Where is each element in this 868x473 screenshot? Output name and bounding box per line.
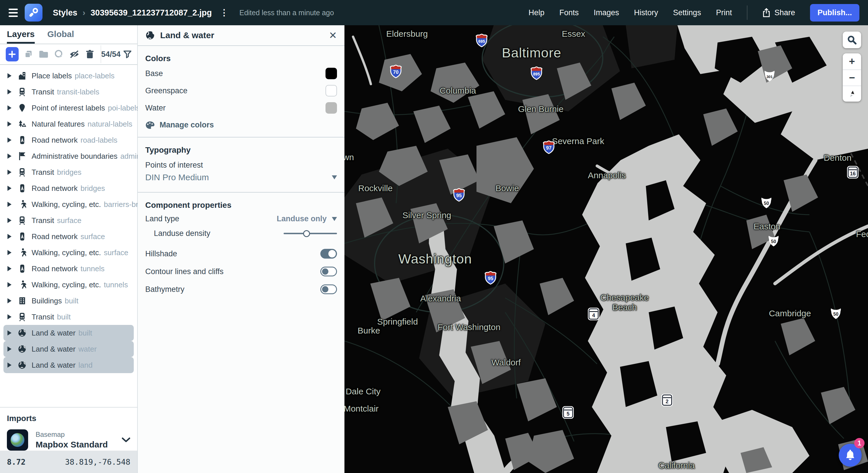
toggle-switch[interactable] xyxy=(320,284,337,294)
top-nav: HelpFontsImagesHistorySettingsPrint Shar… xyxy=(528,4,868,22)
topnav-item-help[interactable]: Help xyxy=(528,8,545,17)
layer-row[interactable]: Walking, cycling, etc.surface xyxy=(3,245,134,261)
layer-row[interactable]: Point of interest labelspoi-labels xyxy=(3,100,134,116)
layer-row[interactable]: Walking, cycling, etc.tunnels xyxy=(3,277,134,293)
expand-caret-icon[interactable] xyxy=(7,250,11,255)
layer-id: land xyxy=(79,361,92,370)
add-layer-button[interactable] xyxy=(6,47,19,61)
topnav-item-fonts[interactable]: Fonts xyxy=(559,8,579,17)
zoom-in-button[interactable]: + xyxy=(843,53,861,69)
manage-colors-button[interactable]: Manage colors xyxy=(138,117,344,137)
layer-row[interactable]: Transittransit-labels xyxy=(3,84,134,100)
layer-row[interactable]: Transitsurface xyxy=(3,212,134,228)
us-route-shield-icon: 50 xyxy=(767,234,780,249)
layer-row[interactable]: Place labelsplace-labels xyxy=(3,68,134,84)
topnav-item-history[interactable]: History xyxy=(634,8,658,17)
train-icon xyxy=(18,168,26,177)
map-city-label: Alexandria xyxy=(420,294,461,304)
expand-caret-icon[interactable] xyxy=(7,266,11,271)
bell-icon xyxy=(844,449,856,461)
expand-caret-icon[interactable] xyxy=(7,218,11,223)
expand-caret-icon[interactable] xyxy=(7,282,11,287)
compass-button[interactable] xyxy=(843,86,861,102)
expand-caret-icon[interactable] xyxy=(7,346,11,352)
pedestrian-icon xyxy=(18,280,26,289)
mapbox-studio-logo[interactable] xyxy=(25,4,42,22)
land-type-value: Landuse only xyxy=(277,214,327,223)
expand-caret-icon[interactable] xyxy=(7,169,11,175)
expand-caret-icon[interactable] xyxy=(7,105,11,111)
zoom-out-button[interactable]: − xyxy=(843,69,861,86)
landuse-density-label: Landuse density xyxy=(145,229,210,238)
map-canvas[interactable]: EldersburgEssexBaltimoreColumbiaGlen Bur… xyxy=(344,25,868,473)
expand-caret-icon[interactable] xyxy=(7,154,11,159)
tab-layers[interactable]: Layers xyxy=(7,29,35,43)
layer-row[interactable]: Transitbuilt xyxy=(3,309,134,325)
land-water-panel: Land & water ✕ Colors BaseGreenspaceWate… xyxy=(138,25,344,473)
style-options-kebab-icon[interactable]: ⋮ xyxy=(220,10,228,15)
layer-row[interactable]: Land & waterbuilt xyxy=(3,325,134,341)
color-label: Greenspace xyxy=(145,86,187,95)
layer-id: bridges xyxy=(57,168,82,177)
layer-id: surface xyxy=(57,216,82,225)
landuse-density-slider[interactable] xyxy=(284,233,337,234)
layer-name: Walking, cycling, etc. xyxy=(32,248,101,257)
layer-row[interactable]: Road networkbridges xyxy=(3,180,134,196)
toggle-switch[interactable] xyxy=(320,266,337,276)
color-swatch[interactable] xyxy=(326,85,337,96)
duplicate-layer-icon[interactable] xyxy=(23,48,34,61)
layer-id: transit-labels xyxy=(57,88,99,96)
layer-row[interactable]: Walking, cycling, etc.barriers-bridges xyxy=(3,196,134,212)
road-icon xyxy=(18,232,26,241)
filter-funnel-icon[interactable] xyxy=(123,50,131,58)
share-button[interactable]: Share xyxy=(763,8,795,17)
publish-button[interactable]: Publish... xyxy=(810,4,859,22)
close-icon[interactable]: ✕ xyxy=(329,30,337,40)
expand-caret-icon[interactable] xyxy=(7,186,11,191)
flag-icon xyxy=(18,152,26,160)
group-layers-folder-icon[interactable] xyxy=(38,48,50,61)
expand-caret-icon[interactable] xyxy=(7,362,11,368)
color-row: Greenspace xyxy=(138,82,344,99)
expand-caret-icon[interactable] xyxy=(7,330,11,336)
expand-caret-icon[interactable] xyxy=(7,314,11,319)
map-search-button[interactable] xyxy=(843,32,861,48)
layer-row[interactable]: Land & waterland xyxy=(3,357,134,373)
breadcrumb-styles-link[interactable]: Styles xyxy=(53,8,77,18)
color-swatch[interactable] xyxy=(326,68,337,79)
delete-layer-trash-icon[interactable] xyxy=(84,48,96,61)
expand-caret-icon[interactable] xyxy=(7,89,11,94)
color-swatch[interactable] xyxy=(326,102,337,114)
basemap-import-row[interactable]: Basemap Mapbox Standard xyxy=(7,430,130,451)
expand-caret-icon[interactable] xyxy=(7,121,11,127)
import-kind-label: Basemap xyxy=(36,431,108,439)
slider-knob[interactable] xyxy=(303,230,310,237)
expand-caret-icon[interactable] xyxy=(7,234,11,239)
layer-row[interactable]: Road networktunnels xyxy=(3,261,134,277)
typography-heading: Typography xyxy=(138,137,344,156)
toggle-switch[interactable] xyxy=(320,249,337,259)
topnav-item-images[interactable]: Images xyxy=(594,8,619,17)
expand-caret-icon[interactable] xyxy=(7,202,11,207)
land-type-select[interactable]: Landuse only xyxy=(277,214,337,223)
expand-caret-icon[interactable] xyxy=(7,137,11,143)
font-select[interactable]: DIN Pro Medium xyxy=(138,171,344,192)
layer-row[interactable]: Road networksurface xyxy=(3,228,134,245)
pedestrian-icon xyxy=(18,248,26,257)
layer-row[interactable]: Road networkroad-labels xyxy=(3,132,134,148)
map-city-label: Easton xyxy=(753,222,780,231)
select-on-map-icon[interactable] xyxy=(53,48,65,61)
layer-row[interactable]: Land & waterwater xyxy=(3,341,134,357)
tab-global[interactable]: Global xyxy=(48,29,74,43)
layer-row[interactable]: Natural featuresnatural-labels xyxy=(3,116,134,132)
menu-icon[interactable] xyxy=(0,0,17,25)
expand-caret-icon[interactable] xyxy=(7,73,11,78)
hide-layer-eye-slash-icon[interactable] xyxy=(69,48,81,61)
layer-row[interactable]: Administrative boundariesadmin xyxy=(3,148,134,164)
layer-row[interactable]: Transitbridges xyxy=(3,164,134,180)
topnav-item-settings[interactable]: Settings xyxy=(673,8,701,17)
topnav-item-print[interactable]: Print xyxy=(716,8,732,17)
expand-caret-icon[interactable] xyxy=(7,298,11,304)
chevron-down-icon[interactable] xyxy=(122,437,130,443)
layer-row[interactable]: Buildingsbuilt xyxy=(3,293,134,309)
